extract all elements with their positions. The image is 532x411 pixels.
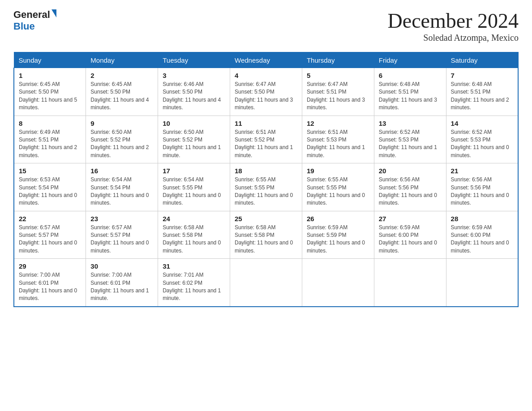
day-number: 6 [379,72,442,79]
weekday-header-thursday: Thursday [302,52,374,68]
day-number: 10 [163,120,225,127]
calendar-cell: 31Sunrise: 7:01 AMSunset: 6:02 PMDayligh… [158,259,230,307]
calendar-cell [302,259,374,307]
calendar-cell: 18Sunrise: 6:55 AMSunset: 5:55 PMDayligh… [230,163,302,211]
day-number: 13 [379,120,442,127]
day-info: Sunrise: 6:59 AMSunset: 5:59 PMDaylight:… [307,224,369,255]
day-info: Sunrise: 6:51 AMSunset: 5:53 PMDaylight:… [307,128,369,160]
calendar-cell: 1Sunrise: 6:45 AMSunset: 5:50 PMDaylight… [14,68,86,116]
day-number: 3 [163,72,225,79]
day-info: Sunrise: 7:01 AMSunset: 6:02 PMDaylight:… [163,271,225,303]
calendar-cell [230,259,302,307]
calendar-cell: 8Sunrise: 6:49 AMSunset: 5:51 PMDaylight… [14,116,86,163]
day-info: Sunrise: 6:52 AMSunset: 5:53 PMDaylight:… [451,128,513,160]
logo-text-blue: Blue [13,21,35,32]
day-number: 8 [19,120,81,127]
day-number: 27 [379,215,442,223]
day-info: Sunrise: 6:53 AMSunset: 5:54 PMDaylight:… [19,176,81,207]
title-block: December 2024 Soledad Atzompa, Mexico [388,9,519,43]
day-info: Sunrise: 6:56 AMSunset: 5:56 PMDaylight:… [451,176,513,207]
day-info: Sunrise: 7:00 AMSunset: 6:01 PMDaylight:… [19,271,81,303]
day-info: Sunrise: 6:47 AMSunset: 5:50 PMDaylight:… [235,81,297,112]
day-info: Sunrise: 7:00 AMSunset: 6:01 PMDaylight:… [90,271,153,303]
calendar-cell: 20Sunrise: 6:56 AMSunset: 5:56 PMDayligh… [374,163,446,211]
day-info: Sunrise: 6:57 AMSunset: 5:57 PMDaylight:… [19,224,81,255]
calendar-cell: 19Sunrise: 6:55 AMSunset: 5:55 PMDayligh… [302,163,374,211]
day-number: 16 [90,167,153,175]
day-number: 31 [163,262,225,270]
logo: General Blue [13,9,56,32]
day-info: Sunrise: 6:48 AMSunset: 5:51 PMDaylight:… [379,81,442,112]
weekday-header-monday: Monday [86,52,158,68]
calendar-cell [374,259,446,307]
calendar-cell: 26Sunrise: 6:59 AMSunset: 5:59 PMDayligh… [302,211,374,259]
day-number: 15 [19,167,81,175]
day-info: Sunrise: 6:55 AMSunset: 5:55 PMDaylight:… [235,176,297,207]
day-info: Sunrise: 6:59 AMSunset: 6:00 PMDaylight:… [379,224,442,255]
weekday-header-row: SundayMondayTuesdayWednesdayThursdayFrid… [14,52,518,68]
calendar-cell: 7Sunrise: 6:48 AMSunset: 5:51 PMDaylight… [446,68,518,116]
calendar-cell: 17Sunrise: 6:54 AMSunset: 5:55 PMDayligh… [158,163,230,211]
calendar-cell: 29Sunrise: 7:00 AMSunset: 6:01 PMDayligh… [14,259,86,307]
calendar-subtitle: Soledad Atzompa, Mexico [388,33,519,43]
day-info: Sunrise: 6:56 AMSunset: 5:56 PMDaylight:… [379,176,442,207]
calendar-cell: 4Sunrise: 6:47 AMSunset: 5:50 PMDaylight… [230,68,302,116]
day-info: Sunrise: 6:45 AMSunset: 5:50 PMDaylight:… [19,81,81,112]
day-info: Sunrise: 6:55 AMSunset: 5:55 PMDaylight:… [307,176,369,207]
calendar-cell: 11Sunrise: 6:51 AMSunset: 5:52 PMDayligh… [230,116,302,163]
weekday-header-sunday: Sunday [14,52,86,68]
logo-triangle-icon [51,9,56,17]
calendar-cell: 23Sunrise: 6:57 AMSunset: 5:57 PMDayligh… [86,211,158,259]
day-info: Sunrise: 6:59 AMSunset: 6:00 PMDaylight:… [451,224,513,255]
day-number: 12 [307,120,369,127]
calendar-week-2: 8Sunrise: 6:49 AMSunset: 5:51 PMDaylight… [14,116,518,163]
day-info: Sunrise: 6:52 AMSunset: 5:53 PMDaylight:… [379,128,442,160]
day-number: 30 [90,262,153,270]
logo-text-general: General [13,9,50,21]
day-info: Sunrise: 6:58 AMSunset: 5:58 PMDaylight:… [235,224,297,255]
day-number: 1 [19,72,81,79]
calendar-week-3: 15Sunrise: 6:53 AMSunset: 5:54 PMDayligh… [14,163,518,211]
calendar-cell [446,259,518,307]
day-number: 14 [451,120,513,127]
day-info: Sunrise: 6:50 AMSunset: 5:52 PMDaylight:… [90,128,153,160]
calendar-cell: 10Sunrise: 6:50 AMSunset: 5:52 PMDayligh… [158,116,230,163]
day-number: 9 [90,120,153,127]
day-info: Sunrise: 6:50 AMSunset: 5:52 PMDaylight:… [163,128,225,160]
day-info: Sunrise: 6:46 AMSunset: 5:50 PMDaylight:… [163,81,225,112]
calendar-cell: 22Sunrise: 6:57 AMSunset: 5:57 PMDayligh… [14,211,86,259]
day-number: 25 [235,215,297,223]
day-number: 18 [235,167,297,175]
day-info: Sunrise: 6:47 AMSunset: 5:51 PMDaylight:… [307,81,369,112]
day-info: Sunrise: 6:49 AMSunset: 5:51 PMDaylight:… [19,128,81,160]
day-number: 23 [90,215,153,223]
day-number: 2 [90,72,153,79]
weekday-header-wednesday: Wednesday [230,52,302,68]
calendar-cell: 30Sunrise: 7:00 AMSunset: 6:01 PMDayligh… [86,259,158,307]
calendar-cell: 25Sunrise: 6:58 AMSunset: 5:58 PMDayligh… [230,211,302,259]
day-number: 7 [451,72,513,79]
day-number: 29 [19,262,81,270]
day-number: 26 [307,215,369,223]
day-number: 20 [379,167,442,175]
calendar-cell: 3Sunrise: 6:46 AMSunset: 5:50 PMDaylight… [158,68,230,116]
calendar-week-4: 22Sunrise: 6:57 AMSunset: 5:57 PMDayligh… [14,211,518,259]
day-info: Sunrise: 6:48 AMSunset: 5:51 PMDaylight:… [451,81,513,112]
page-header: General Blue December 2024 Soledad Atzom… [13,9,519,43]
weekday-header-saturday: Saturday [446,52,518,68]
day-number: 5 [307,72,369,79]
day-number: 17 [163,167,225,175]
calendar-week-1: 1Sunrise: 6:45 AMSunset: 5:50 PMDaylight… [14,68,518,116]
calendar-cell: 27Sunrise: 6:59 AMSunset: 6:00 PMDayligh… [374,211,446,259]
weekday-header-friday: Friday [374,52,446,68]
day-info: Sunrise: 6:51 AMSunset: 5:52 PMDaylight:… [235,128,297,160]
day-number: 11 [235,120,297,127]
weekday-header-tuesday: Tuesday [158,52,230,68]
calendar-cell: 6Sunrise: 6:48 AMSunset: 5:51 PMDaylight… [374,68,446,116]
calendar-cell: 5Sunrise: 6:47 AMSunset: 5:51 PMDaylight… [302,68,374,116]
calendar-title: December 2024 [388,9,519,33]
calendar-cell: 2Sunrise: 6:45 AMSunset: 5:50 PMDaylight… [86,68,158,116]
day-info: Sunrise: 6:45 AMSunset: 5:50 PMDaylight:… [90,81,153,112]
day-info: Sunrise: 6:57 AMSunset: 5:57 PMDaylight:… [90,224,153,255]
day-number: 22 [19,215,81,223]
